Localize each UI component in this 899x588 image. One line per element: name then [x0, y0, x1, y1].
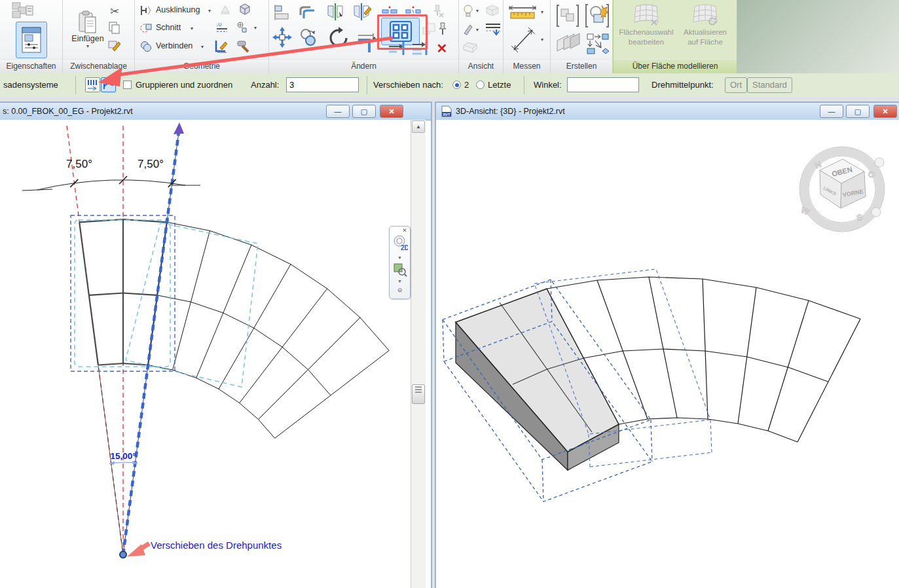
trim-corner-icon[interactable] — [356, 31, 379, 55]
curtain-fan-wireframe[interactable] — [148, 222, 389, 438]
join-box-icon[interactable] — [236, 1, 253, 17]
radial-array-toggle[interactable] — [101, 77, 116, 92]
transfer-types-icon[interactable] — [585, 31, 611, 56]
schnitt-label[interactable]: Schnitt — [156, 23, 181, 32]
align-icon[interactable] — [273, 4, 291, 21]
copy-icon[interactable] — [298, 26, 319, 48]
mirror-draw-axis-icon[interactable] — [352, 2, 373, 22]
plan-vscrollbar[interactable]: ▲ — [411, 120, 426, 588]
ausklinkung-label[interactable]: Ausklinkung — [156, 5, 200, 14]
hammer-icon[interactable] — [234, 38, 253, 55]
plan-viewport[interactable]: 7,50° 7,50° 15,00° Verschieben des Drehp… — [0, 120, 414, 588]
rotate-icon[interactable] — [325, 25, 352, 51]
paste-dropdown-icon[interactable]: ▾ — [86, 43, 89, 49]
view3d-restore-button[interactable]: ▢ — [846, 105, 870, 118]
anzahl-label: Anzahl: — [251, 73, 279, 97]
plan-vscroll-thumb[interactable] — [412, 384, 425, 404]
join-icon[interactable] — [139, 39, 153, 54]
create-group-icon[interactable] — [555, 3, 581, 29]
delete-icon[interactable]: ✕ — [433, 41, 451, 56]
standard-button[interactable]: Standard — [747, 77, 792, 93]
trim-extend-multi-icon[interactable] — [411, 41, 430, 56]
flaechenauswahl-button[interactable]: Flächenauswahl bearbeiten — [617, 3, 675, 47]
plan-minimize-button[interactable]: — — [326, 105, 350, 118]
zoom-region-icon[interactable] — [390, 263, 410, 277]
radio-2[interactable] — [452, 81, 461, 89]
verbinden-label[interactable]: Verbinden — [156, 41, 193, 50]
navbar-chevron-down-icon[interactable]: ▼ — [390, 255, 410, 260]
unpin-icon[interactable] — [428, 3, 447, 20]
verbinden-dropdown-icon[interactable]: ▾ — [201, 44, 204, 50]
view3d-viewport[interactable]: OBEN VORNE LINKS N O S W — [436, 120, 899, 588]
linear-array-toggle[interactable] — [85, 77, 100, 92]
anzahl-input[interactable] — [286, 77, 359, 92]
measure-dropdown-icon[interactable]: ▾ — [541, 9, 543, 15]
rotate-angle-label[interactable]: 15,00° — [110, 451, 136, 461]
lightbulb-dropdown-icon[interactable]: ▾ — [476, 8, 479, 14]
create-assembly-icon[interactable] — [583, 1, 611, 30]
viewcube[interactable]: OBEN VORNE LINKS N O S W — [799, 147, 885, 232]
selected-panel[interactable] — [79, 219, 167, 365]
panel-label-aendern: Ändern — [269, 59, 458, 73]
trim-extend-single-icon[interactable] — [387, 41, 407, 56]
match-properties-icon[interactable] — [106, 37, 123, 54]
offset-icon[interactable] — [298, 4, 318, 21]
plan-restore-button[interactable]: ▢ — [352, 105, 376, 118]
ausklinkung-dropdown-icon[interactable]: ▾ — [208, 8, 211, 14]
paste-button[interactable]: Einfügen ▾ — [69, 1, 106, 58]
options-bar: sadensysteme Gruppieren und zuordnen Anz… — [0, 73, 899, 98]
measure-between-icon[interactable] — [509, 25, 538, 55]
plan-close-button[interactable]: ✕ — [380, 105, 403, 118]
selected-solid-3d[interactable] — [456, 289, 619, 470]
split-with-gap-icon[interactable] — [404, 5, 422, 18]
view3d-minimize-button[interactable]: — — [820, 105, 843, 118]
view3d-close-button[interactable]: ✕ — [873, 105, 897, 118]
panel-geometrie: Ausklinkung ▾ Schnitt ▾ ↓U ▾ Verb — [135, 0, 269, 73]
navbar-chevron-down2-icon[interactable]: ▼ — [390, 279, 410, 284]
steering-wheel-2d-icon[interactable]: 2D — [390, 234, 410, 251]
beam-offset-icon[interactable]: ↓U — [213, 20, 230, 36]
ruler-icon[interactable] — [507, 4, 538, 21]
move-icon[interactable] — [272, 26, 293, 48]
schnitt-dropdown-icon[interactable]: ▾ — [191, 26, 193, 31]
linework-dropdown-icon[interactable]: ▾ — [476, 27, 479, 33]
link-geometry-icon[interactable] — [234, 20, 251, 35]
plan-window: s: 0.00_FBOK_00_EG - Projekt2.rvt — ▢ ✕ — [0, 101, 432, 588]
plan-titlebar[interactable]: s: 0.00_FBOK_00_EG - Projekt2.rvt — ▢ ✕ — [0, 103, 431, 120]
dim-left-label[interactable]: 7,50° — [66, 158, 92, 170]
camera-view-icon[interactable] — [484, 2, 501, 19]
measure2-dropdown-icon[interactable]: ▾ — [541, 37, 543, 43]
mirror-pick-axis-icon[interactable] — [325, 2, 345, 22]
create-parts-icon[interactable] — [553, 30, 582, 56]
split-element-icon[interactable] — [380, 5, 399, 18]
copy-to-clipboard-icon[interactable] — [106, 20, 123, 35]
panel-eigenschaften: Eigenschaften — [0, 0, 63, 73]
pin-icon[interactable] — [434, 21, 451, 38]
cut-geometry-icon[interactable] — [217, 3, 233, 17]
edit-profile-icon[interactable] — [212, 38, 230, 55]
profile-box-icon[interactable] — [462, 39, 479, 55]
navbar-close-icon[interactable]: ✕ — [401, 227, 409, 234]
cut-section-icon[interactable] — [139, 21, 153, 35]
winkel-input[interactable] — [567, 77, 639, 92]
ort-button[interactable]: Ort — [725, 77, 747, 93]
radio-letzte[interactable] — [476, 81, 485, 89]
ribbon-empty-area — [737, 0, 899, 73]
dim-right-label[interactable]: 7,50° — [138, 158, 164, 170]
view3d-title: 3D-Ansicht: {3D} - Projekt2.rvt — [456, 107, 565, 116]
lightbulb-icon[interactable] — [462, 3, 475, 19]
group-checkbox[interactable] — [123, 81, 132, 89]
cope-icon[interactable] — [139, 3, 153, 18]
aktualisieren-button[interactable]: Aktualisieren auf Fläche — [676, 3, 734, 47]
hide-lines-icon[interactable] — [484, 21, 502, 38]
scroll-up-icon[interactable]: ▲ — [412, 120, 425, 133]
properties-button[interactable] — [16, 22, 47, 58]
linework-brush-icon[interactable] — [462, 22, 475, 37]
pivot-point-handle[interactable] — [120, 551, 126, 558]
link-dropdown-icon[interactable]: ▾ — [254, 25, 257, 31]
cut-icon[interactable]: ✂ — [106, 4, 123, 18]
navbar-collapse-icon[interactable]: ⊖ — [390, 287, 410, 293]
aktualisieren-label-1: Aktualisieren — [676, 28, 734, 37]
family-types-icon[interactable] — [8, 1, 38, 20]
view3d-titlebar[interactable]: RVT 3D-Ansicht: {3D} - Projekt2.rvt — ▢ … — [436, 103, 899, 120]
